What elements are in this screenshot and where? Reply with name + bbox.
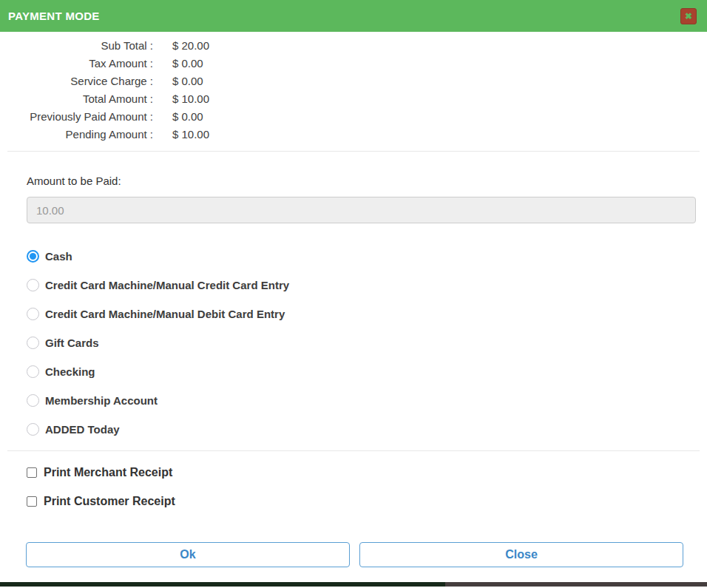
action-buttons: Ok Close: [26, 542, 683, 567]
summary-row-subtotal: Sub Total : $ 20.00: [0, 36, 707, 54]
pending-value: $ 10.00: [172, 128, 707, 141]
subtotal-value: $ 20.00: [172, 39, 707, 52]
ok-button[interactable]: Ok: [26, 542, 350, 567]
close-button[interactable]: Close: [359, 542, 683, 567]
radio-icon-membership-account[interactable]: [27, 394, 39, 407]
radio-icon-credit-card[interactable]: [27, 279, 39, 291]
receipt-options: Print Merchant Receipt Print Customer Re…: [27, 465, 707, 509]
radio-icon-gift-cards[interactable]: [27, 337, 39, 349]
checkbox-icon-customer-receipt[interactable]: [27, 496, 37, 507]
payment-method-list: Cash Credit Card Machine/Manual Credit C…: [27, 249, 707, 436]
radio-icon-debit-card[interactable]: [27, 308, 39, 320]
summary-row-pending: Pending Amount : $ 10.00: [0, 125, 707, 143]
radio-label-checking: Checking: [45, 365, 95, 378]
radio-icon-checking[interactable]: [27, 365, 39, 378]
tax-value: $ 0.00: [172, 57, 707, 70]
divider-top: [7, 151, 700, 152]
radio-label-membership-account: Membership Account: [45, 394, 158, 407]
summary-row-total: Total Amount : $ 10.00: [0, 89, 707, 107]
summary-row-service-charge: Service Charge : $ 0.00: [0, 72, 707, 89]
radio-label-cash: Cash: [45, 250, 72, 263]
summary-row-previously-paid: Previously Paid Amount : $ 0.00: [0, 107, 707, 125]
total-value: $ 10.00: [172, 92, 707, 105]
radio-option-credit-card[interactable]: Credit Card Machine/Manual Credit Card E…: [27, 277, 707, 292]
close-icon[interactable]: ✖: [680, 8, 697, 24]
radio-option-added-today[interactable]: ADDED Today: [27, 422, 707, 436]
radio-option-gift-cards[interactable]: Gift Cards: [27, 335, 707, 350]
divider-bottom: [7, 450, 700, 451]
previously-paid-value: $ 0.00: [172, 110, 707, 123]
amount-summary: Sub Total : $ 20.00 Tax Amount : $ 0.00 …: [0, 32, 707, 143]
checkbox-icon-merchant-receipt[interactable]: [27, 467, 37, 478]
checkbox-label-customer-receipt: Print Customer Receipt: [44, 495, 175, 508]
subtotal-label: Sub Total :: [0, 39, 153, 52]
dialog-title: PAYMENT MODE: [8, 10, 100, 22]
payment-mode-dialog: PAYMENT MODE ✖ Sub Total : $ 20.00 Tax A…: [0, 0, 707, 588]
radio-option-checking[interactable]: Checking: [27, 364, 707, 379]
tax-label: Tax Amount :: [0, 57, 153, 70]
amount-to-be-paid-label: Amount to be Paid:: [27, 175, 707, 187]
radio-option-membership-account[interactable]: Membership Account: [27, 393, 707, 408]
radio-icon-added-today[interactable]: [27, 423, 39, 436]
checkbox-label-merchant-receipt: Print Merchant Receipt: [44, 466, 172, 479]
radio-label-gift-cards: Gift Cards: [45, 337, 99, 349]
amount-to-be-paid-input[interactable]: [27, 197, 696, 223]
radio-option-cash[interactable]: Cash: [27, 249, 707, 263]
checkbox-option-customer-receipt[interactable]: Print Customer Receipt: [27, 494, 707, 509]
radio-label-debit-card: Credit Card Machine/Manual Debit Card En…: [45, 308, 285, 320]
service-charge-value: $ 0.00: [172, 75, 707, 87]
radio-label-credit-card: Credit Card Machine/Manual Credit Card E…: [45, 279, 289, 291]
summary-row-tax: Tax Amount : $ 0.00: [0, 54, 707, 72]
checkbox-option-merchant-receipt[interactable]: Print Merchant Receipt: [27, 465, 707, 480]
radio-icon-cash[interactable]: [27, 250, 39, 263]
service-charge-label: Service Charge :: [0, 75, 153, 87]
radio-label-added-today: ADDED Today: [45, 423, 120, 436]
previously-paid-label: Previously Paid Amount :: [0, 110, 153, 123]
radio-option-debit-card[interactable]: Credit Card Machine/Manual Debit Card En…: [27, 306, 707, 321]
dialog-header: PAYMENT MODE ✖: [0, 0, 707, 32]
pending-label: Pending Amount :: [0, 128, 153, 141]
dialog-bottom-edge: [0, 582, 707, 587]
total-label: Total Amount :: [0, 92, 153, 105]
